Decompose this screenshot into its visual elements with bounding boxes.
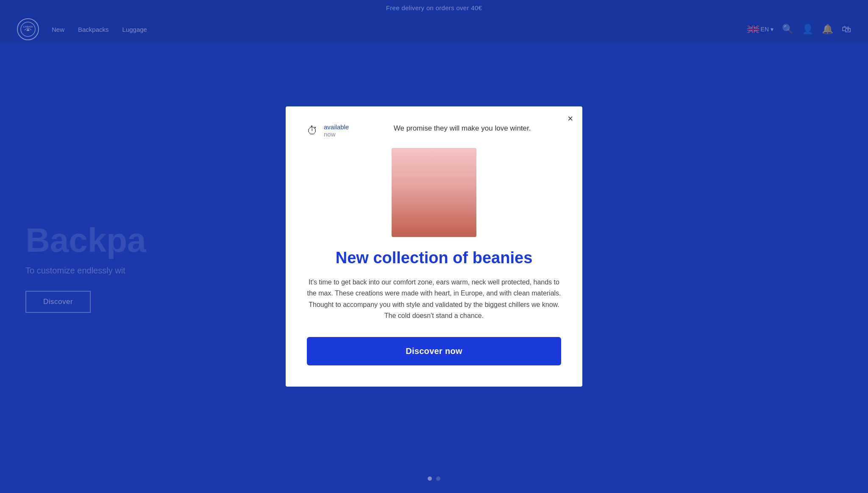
modal-popup: × ⏱ available now We promise they will m… [286, 106, 582, 386]
svg-rect-12 [392, 148, 476, 237]
svg-point-13 [396, 199, 472, 237]
modal-now-label: now [324, 131, 349, 138]
svg-point-23 [434, 170, 452, 183]
modal-available-text: available now [324, 123, 349, 138]
clock-icon: ⏱ [307, 124, 318, 137]
svg-point-30 [445, 188, 448, 191]
svg-point-26 [442, 176, 445, 179]
svg-point-18 [414, 178, 436, 193]
svg-rect-20 [415, 178, 434, 182]
svg-point-28 [426, 190, 429, 193]
svg-point-27 [420, 190, 424, 193]
svg-point-14 [406, 192, 445, 237]
modal-close-button[interactable]: × [568, 114, 573, 123]
modal-header: ⏱ available now We promise they will mak… [307, 123, 561, 138]
svg-point-19 [415, 172, 434, 185]
svg-rect-24 [434, 177, 452, 180]
svg-point-17 [433, 176, 454, 200]
modal-product-image [392, 148, 476, 237]
svg-point-16 [414, 178, 436, 203]
modal-description: It's time to get back into our comfort z… [307, 277, 561, 322]
svg-point-22 [423, 178, 427, 182]
svg-rect-33 [441, 194, 446, 196]
svg-point-32 [441, 193, 446, 198]
product-image-svg [392, 148, 476, 237]
modal-discover-button[interactable]: Discover now [307, 337, 561, 365]
modal-collection-title: New collection of beanies [307, 249, 561, 267]
svg-point-29 [440, 189, 442, 191]
svg-point-34 [443, 175, 451, 183]
modal-available-label: available [324, 123, 349, 131]
svg-point-31 [440, 191, 447, 198]
modal-tagline: We promise they will make you love winte… [355, 123, 561, 134]
modal-backdrop[interactable]: × ⏱ available now We promise they will m… [0, 0, 868, 493]
svg-point-25 [440, 169, 446, 175]
svg-point-15 [423, 192, 462, 237]
modal-image-container [307, 148, 561, 237]
svg-point-21 [421, 170, 428, 177]
